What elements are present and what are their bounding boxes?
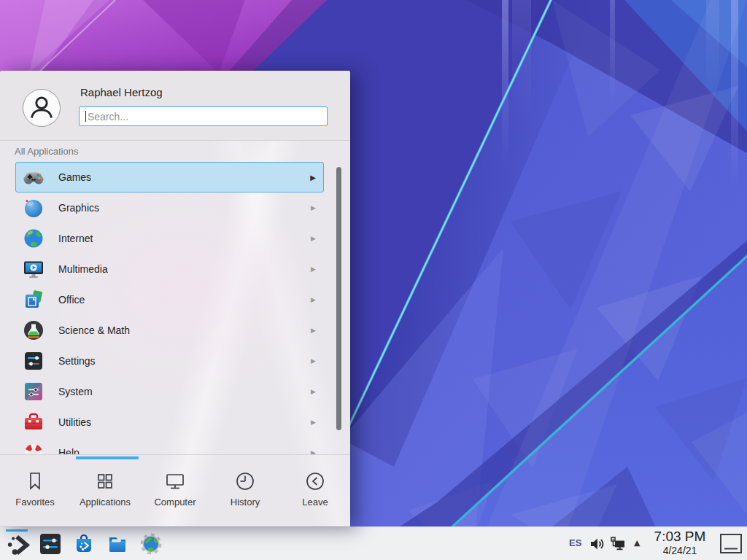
documents-icon xyxy=(22,288,45,311)
network-tray-button[interactable] xyxy=(610,536,626,552)
category-office[interactable]: Office ▶ xyxy=(15,284,324,315)
sliders-icon xyxy=(22,349,45,373)
chevron-right-icon: ▶ xyxy=(311,357,316,365)
system-settings-taskbar-button[interactable] xyxy=(39,532,62,556)
grid-icon xyxy=(94,470,116,492)
tab-history[interactable]: History xyxy=(210,455,280,526)
file-manager-icon xyxy=(106,532,129,556)
file-manager-taskbar-button[interactable] xyxy=(106,532,129,556)
lifebuoy-icon xyxy=(22,441,45,454)
chevron-right-icon: ▶ xyxy=(311,204,316,211)
list-scrollbar[interactable] xyxy=(336,167,341,430)
chevron-right-icon: ▶ xyxy=(311,235,316,242)
clock-icon xyxy=(234,470,256,492)
category-label: Office xyxy=(58,294,85,306)
launcher-tab-bar: Favorites Applications Computer xyxy=(0,454,350,526)
kickoff-launcher-icon xyxy=(4,532,31,559)
search-input[interactable] xyxy=(79,106,328,126)
category-label: Graphics xyxy=(58,202,99,214)
section-label: All Applications xyxy=(15,146,78,157)
text-caret xyxy=(85,111,86,122)
user-avatar[interactable] xyxy=(23,89,61,127)
taskbar: ES ▲ 7:03 PM 4/24/21 xyxy=(0,526,747,560)
category-games[interactable]: Games ▶ xyxy=(15,162,324,192)
category-internet[interactable]: Internet ▶ xyxy=(15,223,324,254)
tab-leave[interactable]: Leave xyxy=(280,455,350,526)
user-name: Raphael Hertzog xyxy=(80,86,163,98)
expand-tray-arrow-icon[interactable]: ▲ xyxy=(634,538,640,548)
web-browser-icon xyxy=(139,532,163,556)
discover-icon xyxy=(72,532,96,556)
show-desktop-icon xyxy=(719,533,743,554)
monitor-play-icon xyxy=(22,257,45,281)
chevron-right-icon: ▶ xyxy=(311,419,316,426)
category-label: Internet xyxy=(58,233,93,244)
leave-circle-icon xyxy=(304,470,326,492)
category-list: Games ▶ Graphics ▶ xyxy=(0,162,350,454)
sphere-icon xyxy=(22,196,45,219)
launcher-header: Raphael Hertzog xyxy=(0,71,350,141)
category-science-math[interactable]: Science & Math ▶ xyxy=(15,315,324,346)
category-label: Utilities xyxy=(58,416,91,428)
wired-network-icon xyxy=(610,536,626,552)
category-label: Help xyxy=(58,447,80,454)
category-label: Games xyxy=(58,171,91,183)
tab-favorites[interactable]: Favorites xyxy=(0,455,70,526)
category-system[interactable]: System ▶ xyxy=(15,376,324,407)
category-label: Multimedia xyxy=(58,263,108,275)
tab-computer[interactable]: Computer xyxy=(140,455,210,526)
clock-date: 4/24/21 xyxy=(645,545,715,556)
web-browser-taskbar-button[interactable] xyxy=(139,532,163,556)
category-help[interactable]: Help ▶ xyxy=(15,438,324,454)
active-tab-indicator xyxy=(76,456,139,459)
discover-taskbar-button[interactable] xyxy=(72,532,96,556)
chevron-right-icon: ▶ xyxy=(311,296,316,303)
chevron-right-icon: ▶ xyxy=(311,327,316,334)
show-desktop-button[interactable] xyxy=(719,533,743,554)
bookmark-icon xyxy=(24,470,46,492)
clock-time: 7:03 PM xyxy=(645,529,715,545)
gamepad-icon xyxy=(22,166,45,189)
application-launcher-button[interactable] xyxy=(3,529,31,559)
system-settings-icon xyxy=(39,532,62,556)
keyboard-layout-indicator[interactable]: ES xyxy=(569,537,581,548)
globe-icon xyxy=(22,227,45,250)
chevron-right-icon: ▶ xyxy=(311,388,316,395)
chevron-right-icon: ▶ xyxy=(311,449,316,454)
launcher-active-indicator xyxy=(6,529,28,532)
computer-icon xyxy=(164,470,186,492)
category-multimedia[interactable]: Multimedia ▶ xyxy=(15,254,324,284)
volume-tray-button[interactable] xyxy=(589,536,605,552)
system-sliders-icon xyxy=(22,380,45,403)
category-label: Settings xyxy=(58,355,96,367)
toolbox-icon xyxy=(22,411,45,434)
volume-icon xyxy=(589,536,605,552)
chevron-right-icon: ▶ xyxy=(311,265,316,273)
flask-icon xyxy=(22,319,45,342)
category-utilities[interactable]: Utilities ▶ xyxy=(15,407,324,438)
tab-applications[interactable]: Applications xyxy=(70,455,140,526)
chevron-right-icon: ▶ xyxy=(310,174,316,182)
application-launcher-menu: Raphael Hertzog All Applications G xyxy=(0,71,350,526)
category-graphics[interactable]: Graphics ▶ xyxy=(15,192,324,223)
category-settings[interactable]: Settings ▶ xyxy=(15,346,324,376)
digital-clock[interactable]: 7:03 PM 4/24/21 xyxy=(645,529,715,556)
category-label: Science & Math xyxy=(58,324,130,336)
category-label: System xyxy=(58,386,93,397)
